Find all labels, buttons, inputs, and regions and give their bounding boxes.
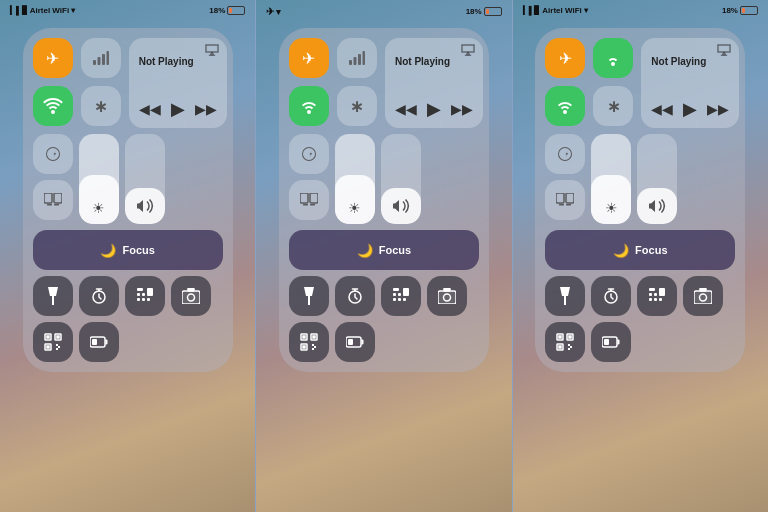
calculator-button-left[interactable]: [125, 276, 165, 316]
cellular-button-left[interactable]: [81, 38, 121, 78]
qr-button-right[interactable]: [545, 322, 585, 362]
status-bar-middle: ✈ ▾ 18%: [256, 6, 511, 17]
airplane-button-middle[interactable]: ✈: [289, 38, 329, 78]
flashlight-button-left[interactable]: [33, 276, 73, 316]
skip-fwd-right[interactable]: ▶▶: [707, 101, 729, 117]
svg-rect-57: [348, 339, 353, 345]
bluetooth-button-right[interactable]: ∗: [593, 86, 633, 126]
brightness-slider-middle[interactable]: ☀: [335, 134, 375, 224]
svg-rect-54: [303, 346, 305, 348]
skip-back-middle[interactable]: ◀◀: [395, 101, 417, 117]
airplay-icon-middle[interactable]: [461, 44, 475, 58]
svg-rect-25: [47, 346, 49, 348]
svg-marker-37: [304, 287, 314, 305]
svg-rect-39: [393, 288, 399, 291]
small-btns-left: [33, 134, 73, 224]
svg-rect-4: [44, 193, 52, 203]
camera-button-right[interactable]: [683, 276, 723, 316]
battery-percent-left: 18%: [209, 6, 225, 15]
svg-rect-29: [349, 60, 352, 65]
brightness-slider-right[interactable]: ☀: [591, 134, 631, 224]
battery-widget-right[interactable]: [591, 322, 631, 362]
volume-icon-middle: [393, 199, 409, 216]
wifi-button-right[interactable]: [545, 86, 585, 126]
control-center-middle: ✈ ∗: [279, 28, 489, 372]
svg-rect-43: [393, 298, 396, 301]
timer-button-right[interactable]: [591, 276, 631, 316]
bluetooth-button-left[interactable]: ∗: [81, 86, 121, 126]
bottom-row2-right: [545, 322, 735, 362]
play-right[interactable]: ▶: [683, 98, 697, 120]
airplay-icon-left[interactable]: [205, 44, 219, 58]
focus-button-right[interactable]: 🌙 Focus: [545, 230, 735, 270]
focus-button-middle[interactable]: 🌙 Focus: [289, 230, 479, 270]
brightness-icon-left: ☀: [92, 200, 105, 216]
bottom-row1-left: [33, 276, 223, 316]
skip-fwd-left[interactable]: ▶▶: [195, 101, 217, 117]
svg-rect-34: [310, 193, 318, 203]
svg-rect-6: [47, 204, 52, 206]
svg-rect-2: [102, 54, 105, 65]
focus-label-middle: Focus: [379, 244, 411, 256]
volume-slider-middle[interactable]: [381, 134, 421, 224]
svg-rect-77: [559, 336, 561, 338]
play-middle[interactable]: ▶: [427, 98, 441, 120]
skip-back-right[interactable]: ◀◀: [651, 101, 673, 117]
signal-bars-right: ▎▌▊: [523, 6, 541, 15]
timer-button-middle[interactable]: [335, 276, 375, 316]
wifi-green-button-right[interactable]: [593, 38, 633, 78]
svg-rect-0: [93, 60, 96, 65]
battery-widget-left[interactable]: [79, 322, 119, 362]
media-controls-right: ◀◀ ▶ ▶▶: [651, 98, 729, 120]
svg-rect-79: [559, 346, 561, 348]
wifi-button-middle[interactable]: [289, 86, 329, 126]
volume-slider-left[interactable]: [125, 134, 165, 224]
cellular-button-middle[interactable]: [337, 38, 377, 78]
svg-rect-44: [398, 298, 401, 301]
svg-rect-24: [57, 336, 59, 338]
qr-button-left[interactable]: [33, 322, 73, 362]
orientation-lock-right[interactable]: [545, 134, 585, 174]
skip-fwd-middle[interactable]: ▶▶: [451, 101, 473, 117]
focus-row-right: 🌙 Focus: [545, 230, 735, 270]
brightness-icon-right: ☀: [605, 200, 618, 216]
airplane-button-right[interactable]: ✈: [545, 38, 585, 78]
now-playing-widget-left: Not Playing ◀◀ ▶ ▶▶: [129, 38, 227, 128]
calculator-button-right[interactable]: [637, 276, 677, 316]
screen-mirror-left[interactable]: [33, 180, 73, 220]
svg-rect-23: [47, 336, 49, 338]
screen-mirror-middle[interactable]: [289, 180, 329, 220]
svg-rect-65: [649, 293, 652, 296]
skip-back-left[interactable]: ◀◀: [139, 101, 161, 117]
qr-button-middle[interactable]: [289, 322, 329, 362]
play-left[interactable]: ▶: [171, 98, 185, 120]
brightness-slider-left[interactable]: ☀: [79, 134, 119, 224]
moon-icon-left: 🌙: [100, 243, 116, 258]
svg-rect-53: [313, 336, 315, 338]
flashlight-button-right[interactable]: [545, 276, 585, 316]
orientation-lock-middle[interactable]: [289, 134, 329, 174]
airplay-icon-right[interactable]: [717, 44, 731, 58]
flashlight-button-middle[interactable]: [289, 276, 329, 316]
calculator-button-middle[interactable]: [381, 276, 421, 316]
focus-button-left[interactable]: 🌙 Focus: [33, 230, 223, 270]
moon-icon-right: 🌙: [613, 243, 629, 258]
small-btns-right: [545, 134, 585, 224]
svg-rect-3: [106, 51, 109, 65]
volume-slider-right[interactable]: [637, 134, 677, 224]
status-left-right: ▎▌▊ Airtel WiFi ▾: [523, 6, 588, 15]
svg-rect-70: [659, 298, 662, 301]
camera-button-middle[interactable]: [427, 276, 467, 316]
svg-rect-68: [649, 298, 652, 301]
svg-marker-62: [560, 287, 570, 305]
svg-rect-19: [188, 288, 194, 291]
screen-mirror-right[interactable]: [545, 180, 585, 220]
battery-widget-middle[interactable]: [335, 322, 375, 362]
orientation-lock-left[interactable]: [33, 134, 73, 174]
timer-button-left[interactable]: [79, 276, 119, 316]
svg-rect-82: [604, 339, 609, 345]
bluetooth-button-middle[interactable]: ∗: [337, 86, 377, 126]
airplane-button-left[interactable]: ✈: [33, 38, 73, 78]
camera-button-left[interactable]: [171, 276, 211, 316]
wifi-button-left[interactable]: [33, 86, 73, 126]
